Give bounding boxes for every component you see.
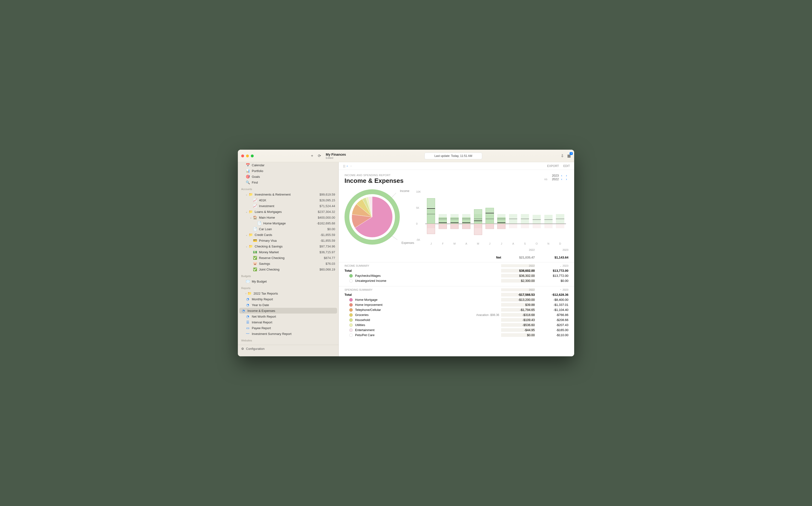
- chart-badge-icon[interactable]: ▦: [567, 154, 571, 158]
- account-label: Credit Cards: [255, 233, 320, 237]
- chevron-right-icon[interactable]: ›: [246, 292, 246, 295]
- report-item[interactable]: › 📁 2022 Tax Reports: [238, 290, 339, 296]
- value-2022: $0.00: [501, 333, 535, 337]
- document-icon: 📄: [257, 221, 261, 225]
- report-toolbar: ||| ‹ › EXPORT EDIT: [339, 162, 574, 170]
- year-prev-icon[interactable]: ‹: [561, 174, 562, 177]
- chevron-down-icon[interactable]: ⌄: [246, 245, 248, 248]
- value-2023: -$1,104.40: [535, 308, 568, 312]
- account-item[interactable]: 📄 Car Loan $0.00: [238, 226, 339, 232]
- account-item[interactable]: ⌄ 📁 Loans & Mortgages $237,304.32: [238, 209, 339, 215]
- summary-row[interactable]: Uncategorized Income $2,300.00 $0.00: [339, 278, 574, 283]
- compare-prev-icon[interactable]: ‹: [561, 177, 562, 181]
- account-item[interactable]: ⌄ 📁 Investments & Retirement $99,619.59: [238, 191, 339, 197]
- chevron-down-icon[interactable]: ⌄: [246, 193, 248, 196]
- summary-row[interactable]: Household -$109.43 -$208.66: [339, 317, 574, 322]
- net-mark: [439, 223, 447, 223]
- forward-button[interactable]: ›: [351, 164, 352, 168]
- report-item[interactable]: ▭ Payee Report: [238, 325, 339, 331]
- summary-row[interactable]: Home Improvement $39.88 -$1,337.01: [339, 302, 574, 307]
- download-icon[interactable]: ⇩: [561, 154, 564, 158]
- x-tick-label: D: [554, 242, 566, 245]
- nav-calendar[interactable]: 📅 Calendar: [238, 162, 339, 168]
- year-next-icon[interactable]: ›: [566, 174, 567, 177]
- close-icon[interactable]: [241, 155, 244, 157]
- account-item[interactable]: ✅ Joint Checking $60,068.19: [238, 266, 339, 272]
- summary-row[interactable]: Groceries #vacation -$98.36 -$318.68 -$7…: [339, 312, 574, 317]
- report-item[interactable]: ☰ Interval Report: [238, 319, 339, 325]
- chevron-down-icon[interactable]: ⌄: [250, 216, 252, 219]
- account-item[interactable]: 📈 401K $28,095.15: [238, 197, 339, 203]
- report-label: Monthly Report: [252, 298, 335, 301]
- account-item[interactable]: ⌄ 📁 Checking & Savings $97,734.96: [238, 243, 339, 249]
- net-mark: [497, 223, 506, 223]
- account-item[interactable]: 📄 Home Mortgage -$162,695.68: [238, 220, 339, 226]
- account-value: -$162,695.68: [317, 222, 335, 225]
- net-mark-prev: [439, 219, 447, 219]
- value-2023: -$1,337.01: [535, 303, 568, 307]
- net-header-row: 2022 2023: [339, 247, 574, 254]
- value-2022: -$44.95: [501, 328, 535, 332]
- income-col-2023[interactable]: ⌄ 2023: [535, 264, 568, 267]
- report-item[interactable]: 〰 Investment Summary Report: [238, 331, 339, 337]
- report-item[interactable]: ◔ Monthly Report: [238, 296, 339, 302]
- spending-col-2023[interactable]: ⌃ 2023: [535, 288, 568, 291]
- search-icon: 🔍: [246, 180, 250, 184]
- summary-row[interactable]: Entertainment -$44.95 -$165.00: [339, 328, 574, 333]
- summary-row[interactable]: Paychecks/Wages $36,302.00 $13,772.00: [339, 273, 574, 278]
- nav-find[interactable]: 🔍 Find: [238, 179, 339, 185]
- last-update-pill[interactable]: Last update: Today, 11:51 AM: [425, 153, 482, 159]
- category-name: Home Mortgage: [355, 298, 501, 302]
- report-item[interactable]: ◔ Year to Date: [238, 302, 339, 308]
- chevron-down-icon[interactable]: ⌄: [246, 210, 248, 213]
- account-item[interactable]: 💳 Primary Visa -$1,855.59: [238, 238, 339, 243]
- sidebar-toggle-icon[interactable]: |||: [343, 164, 345, 168]
- maximize-icon[interactable]: [251, 155, 254, 157]
- account-item[interactable]: 💵 Money Market $36,715.97: [238, 249, 339, 255]
- budget-item[interactable]: ✉️ My Budget: [238, 278, 339, 284]
- net-mark-prev: [450, 219, 459, 219]
- summary-row[interactable]: Utilities -$536.60 -$207.43: [339, 322, 574, 328]
- summary-row[interactable]: Telephone/Cellular -$1,794.65 -$1,104.40: [339, 307, 574, 312]
- sidebar-footer[interactable]: ⚙︎ Configuration: [238, 345, 339, 352]
- category-name: Pets/Pet Care: [355, 333, 501, 337]
- account-item[interactable]: ✅ Reserve Checking $874.77: [238, 255, 339, 261]
- compare-next-icon[interactable]: ›: [566, 177, 567, 181]
- back-button[interactable]: ‹: [347, 164, 348, 168]
- edit-button[interactable]: EDIT: [563, 164, 570, 168]
- category-name: Home Improvement: [355, 303, 501, 307]
- add-icon[interactable]: ＋: [310, 153, 314, 158]
- account-label: Joint Checking: [259, 268, 320, 271]
- nav-goals[interactable]: 🎯 Goals: [238, 174, 339, 179]
- folder-icon: 📁: [248, 192, 253, 196]
- chevron-down-icon[interactable]: ⌄: [246, 234, 248, 236]
- report-item[interactable]: ◔ Net Worth Report: [238, 314, 339, 319]
- summary-row[interactable]: Pets/Pet Care $0.00 -$110.00: [339, 333, 574, 338]
- account-item[interactable]: ⌄ 🏠 Main Home $400,000.00: [238, 215, 339, 220]
- portfolio-icon: 📊: [246, 169, 250, 173]
- minimize-icon[interactable]: [246, 155, 249, 157]
- bar: [497, 224, 506, 229]
- window-title: My Finances: [326, 153, 346, 156]
- spending-total-2022: -$17,566.53: [501, 293, 535, 297]
- account-item[interactable]: 🐷 Savings $76.03: [238, 261, 339, 266]
- account-label: Car Loan: [259, 227, 327, 231]
- month-col: N: [542, 192, 554, 240]
- refresh-icon[interactable]: ⟳: [318, 154, 321, 158]
- account-label: Investment: [259, 204, 320, 208]
- card-icon: 💳: [253, 238, 257, 243]
- nav-portfolio[interactable]: 📊 Portfolio: [238, 168, 339, 174]
- account-value: $874.77: [324, 256, 335, 260]
- titlebar: ＋ ⟳ My Finances Edited Last update: Toda…: [238, 150, 574, 162]
- net-mark: [485, 213, 494, 214]
- account-item[interactable]: 📈 Investment $71,524.44: [238, 203, 339, 209]
- bar: [485, 208, 494, 224]
- report-item[interactable]: ◔ Income & Expenses: [239, 308, 337, 314]
- account-value: $237,304.32: [318, 210, 335, 214]
- vs-label: vs: [544, 177, 547, 181]
- category-dot-icon: [349, 303, 353, 307]
- account-item[interactable]: ⌄ 📁 Credit Cards -$1,855.59: [238, 232, 339, 238]
- export-button[interactable]: EXPORT: [547, 164, 559, 168]
- category-name: Entertainment: [355, 328, 501, 332]
- summary-row[interactable]: Home Mortgage -$13,200.00 -$8,400.00: [339, 297, 574, 302]
